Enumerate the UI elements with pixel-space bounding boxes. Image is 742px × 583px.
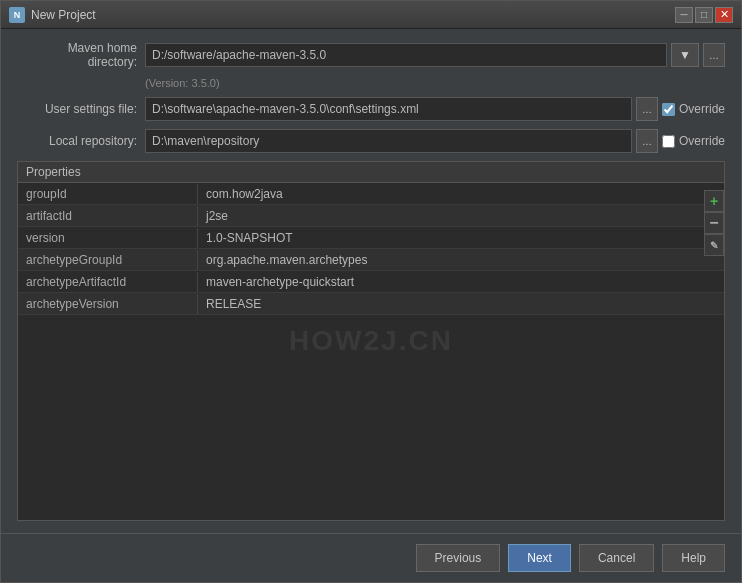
remove-property-button[interactable]: −	[704, 212, 724, 234]
local-repo-browse-btn[interactable]: …	[636, 129, 658, 153]
window-icon-label: N	[14, 10, 21, 20]
maven-home-input[interactable]	[145, 43, 667, 67]
maven-home-input-wrap: ▼ …	[145, 43, 725, 67]
table-row: artifactId j2se	[18, 205, 724, 227]
close-button[interactable]: ✕	[715, 7, 733, 23]
local-repo-label: Local repository:	[17, 134, 137, 148]
new-project-window: N New Project ─ □ ✕ Maven home directory…	[0, 0, 742, 583]
prop-val: 1.0-SNAPSHOT	[198, 228, 724, 248]
local-repo-override-checkbox[interactable]	[662, 135, 675, 148]
cancel-button[interactable]: Cancel	[579, 544, 654, 572]
maven-home-browse-btn[interactable]: …	[703, 43, 725, 67]
table-row: archetypeVersion RELEASE	[18, 293, 724, 315]
prop-val: j2se	[198, 206, 724, 226]
property-action-buttons: + − ✎	[704, 190, 724, 256]
title-buttons: ─ □ ✕	[675, 7, 733, 23]
local-repo-input[interactable]	[145, 129, 632, 153]
properties-table: groupId com.how2java artifactId j2se ver…	[18, 183, 724, 520]
prop-key: artifactId	[18, 206, 198, 226]
prop-val: com.how2java	[198, 184, 724, 204]
window-title: New Project	[31, 8, 675, 22]
user-settings-override-label: Override	[679, 102, 725, 116]
maven-home-row: Maven home directory: ▼ …	[17, 41, 725, 69]
prop-val: RELEASE	[198, 294, 724, 314]
window-icon: N	[9, 7, 25, 23]
maven-home-label: Maven home directory:	[17, 41, 137, 69]
user-settings-override-wrap: Override	[662, 102, 725, 116]
user-settings-override-checkbox[interactable]	[662, 103, 675, 116]
edit-property-button[interactable]: ✎	[704, 234, 724, 256]
user-settings-row: User settings file: … Override	[17, 97, 725, 121]
prop-key: version	[18, 228, 198, 248]
table-row: archetypeArtifactId maven-archetype-quic…	[18, 271, 724, 293]
user-settings-label: User settings file:	[17, 102, 137, 116]
maven-version-line: (Version: 3.5.0)	[145, 77, 725, 89]
content-area: Maven home directory: ▼ … (Version: 3.5.…	[1, 29, 741, 533]
user-settings-input[interactable]	[145, 97, 632, 121]
prop-key: archetypeVersion	[18, 294, 198, 314]
maven-home-dropdown-btn[interactable]: ▼	[671, 43, 699, 67]
local-repo-override-label: Override	[679, 134, 725, 148]
properties-panel: Properties groupId com.how2java artifact…	[17, 161, 725, 521]
footer: Previous Next Cancel Help	[1, 533, 741, 582]
local-repo-input-wrap: … Override	[145, 129, 725, 153]
prop-key: groupId	[18, 184, 198, 204]
user-settings-browse-btn[interactable]: …	[636, 97, 658, 121]
table-row: groupId com.how2java	[18, 183, 724, 205]
local-repo-override-wrap: Override	[662, 134, 725, 148]
help-button[interactable]: Help	[662, 544, 725, 572]
properties-header: Properties	[18, 162, 724, 183]
user-settings-input-wrap: … Override	[145, 97, 725, 121]
prop-key: archetypeGroupId	[18, 250, 198, 270]
table-row: version 1.0-SNAPSHOT	[18, 227, 724, 249]
next-button[interactable]: Next	[508, 544, 571, 572]
maximize-button[interactable]: □	[695, 7, 713, 23]
table-row: archetypeGroupId org.apache.maven.archet…	[18, 249, 724, 271]
prop-val: maven-archetype-quickstart	[198, 272, 724, 292]
local-repo-row: Local repository: … Override	[17, 129, 725, 153]
title-bar: N New Project ─ □ ✕	[1, 1, 741, 29]
prop-key: archetypeArtifactId	[18, 272, 198, 292]
minimize-button[interactable]: ─	[675, 7, 693, 23]
previous-button[interactable]: Previous	[416, 544, 501, 572]
prop-val: org.apache.maven.archetypes	[198, 250, 724, 270]
add-property-button[interactable]: +	[704, 190, 724, 212]
